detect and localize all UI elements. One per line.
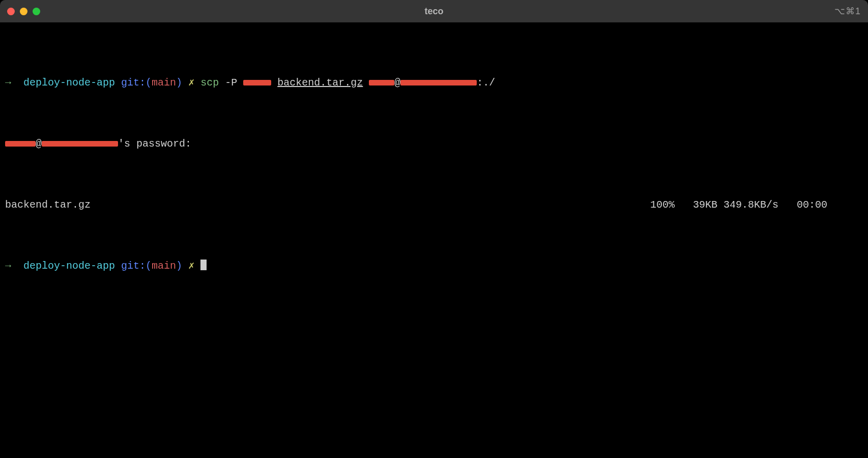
terminal-window: teco ⌥⌘1 → deploy-node-app git:(main) ✗ … [0,0,868,458]
transfer-eta: 00:00 [797,199,827,211]
prompt-branch: main [152,260,176,272]
terminal-line: → deploy-node-app git:(main) ✗ [5,259,863,274]
maximize-button[interactable] [33,8,40,15]
prompt-dirname: deploy-node-app [23,77,115,89]
prompt-git-label: git:( [121,77,152,89]
prompt-git-close: ) [176,260,182,272]
redacted-user2 [5,141,36,147]
terminal-line: @'s password: [5,136,863,152]
terminal-line: → deploy-node-app git:(main) ✗ scp -P ba… [5,75,863,91]
redacted-user [369,80,394,85]
transfer-size: 39KB [693,199,717,211]
prompt-git-close: ) [176,77,182,89]
close-button[interactable] [7,8,15,15]
redacted-port [243,80,271,85]
transfer-line: backend.tar.gz100% 39KB 349.8KB/s 00:00 [5,197,863,213]
prompt-arrow: → [5,77,11,89]
titlebar: teco ⌥⌘1 [0,0,868,22]
prompt-dirty: ✗ [188,260,194,272]
minimize-button[interactable] [20,8,27,15]
cmd-dest-tail: :./ [477,77,495,89]
transfer-pct: 100% [650,199,675,211]
pw-at: @ [36,138,42,150]
prompt-arrow: → [5,260,11,272]
prompt-dirname: deploy-node-app [23,260,115,272]
transfer-file: backend.tar.gz [5,197,91,213]
cmd-at: @ [394,77,400,89]
transfer-rate: 349.8KB/s [724,199,778,211]
traffic-lights [7,8,40,15]
redacted-host [400,80,477,85]
cursor[interactable] [200,260,207,270]
cmd-file: backend.tar.gz [277,77,363,89]
prompt-git-label: git:( [121,260,152,272]
prompt-branch: main [152,77,176,89]
cmd-flag: -P [225,77,237,89]
session-shortcut: ⌥⌘1 [834,6,861,17]
cmd-bin: scp [200,77,219,89]
terminal-output[interactable]: → deploy-node-app git:(main) ✗ scp -P ba… [0,22,868,458]
redacted-host2 [42,141,118,147]
transfer-stats: 100% 39KB 349.8KB/s 00:00 [650,197,863,213]
prompt-dirty: ✗ [188,77,194,89]
pw-tail: 's password: [118,138,191,150]
window-title: teco [424,6,443,17]
